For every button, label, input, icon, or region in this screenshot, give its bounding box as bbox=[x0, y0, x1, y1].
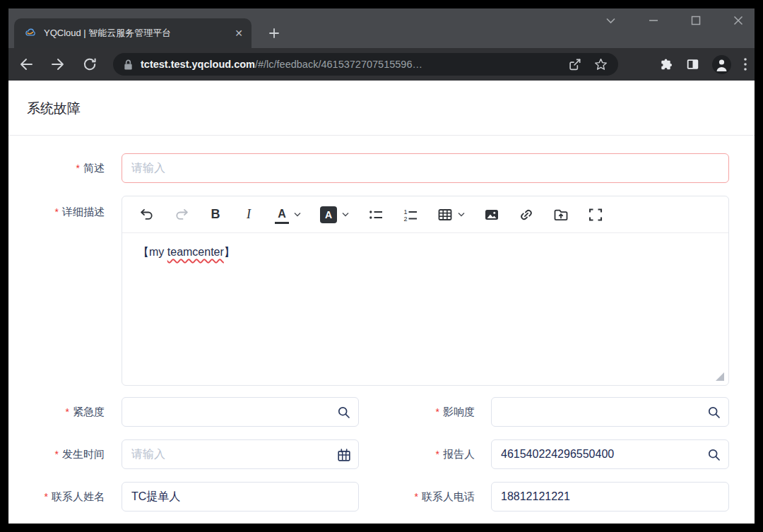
highlight-color-button[interactable]: A bbox=[320, 206, 337, 223]
editor-content[interactable]: 【my teamcenter】 bbox=[122, 233, 728, 385]
url-domain: tctest.test.yqcloud.com bbox=[141, 59, 255, 70]
detail-label: *详细描述 bbox=[8, 190, 105, 234]
browser-navbar: tctest.test.yqcloud.com/#/lc/feedback/46… bbox=[8, 48, 755, 81]
window-controls bbox=[605, 16, 743, 25]
font-color-group[interactable]: A bbox=[275, 206, 301, 224]
chevron-down-icon[interactable] bbox=[605, 17, 616, 24]
tab-title: YQCloud | 智能云服务管理平台 bbox=[44, 27, 229, 40]
close-window-icon[interactable] bbox=[733, 16, 743, 25]
upload-file-icon[interactable] bbox=[553, 206, 569, 224]
address-bar[interactable]: tctest.test.yqcloud.com/#/lc/feedback/46… bbox=[113, 53, 618, 76]
ordered-list-icon[interactable]: 12 bbox=[403, 206, 418, 224]
summary-input[interactable] bbox=[122, 154, 728, 182]
impact-input[interactable] bbox=[492, 398, 728, 426]
back-icon[interactable] bbox=[18, 57, 34, 72]
lock-icon bbox=[123, 59, 134, 71]
reporter-input-wrap bbox=[491, 439, 729, 469]
contact-phone-label: *联系人电话 bbox=[291, 482, 475, 512]
search-icon[interactable] bbox=[706, 405, 722, 420]
impact-input-wrap bbox=[491, 397, 729, 427]
kebab-menu-icon[interactable] bbox=[743, 57, 747, 72]
editor-resize-handle[interactable] bbox=[716, 372, 724, 381]
editor-text: 【my bbox=[138, 246, 167, 258]
highlight-color-group[interactable]: A bbox=[320, 206, 349, 223]
browser-window: YQCloud | 智能云服务管理平台 ✕ bbox=[0, 0, 763, 532]
table-icon[interactable] bbox=[437, 206, 453, 224]
navbar-right-cluster bbox=[658, 48, 747, 81]
bullet-list-icon[interactable] bbox=[368, 206, 384, 224]
insert-link-icon[interactable] bbox=[519, 206, 534, 224]
extensions-puzzle-icon[interactable] bbox=[658, 57, 673, 72]
yqcloud-favicon bbox=[24, 27, 37, 40]
share-icon[interactable] bbox=[567, 57, 582, 72]
italic-button[interactable]: I bbox=[242, 206, 256, 224]
redo-icon[interactable] bbox=[174, 206, 189, 224]
maximize-icon[interactable] bbox=[691, 16, 701, 25]
minimize-icon[interactable] bbox=[649, 16, 658, 25]
urgency-label: *紧急度 bbox=[8, 397, 105, 427]
rich-text-editor: B I A A 12 bbox=[122, 196, 729, 386]
contact-phone-input[interactable] bbox=[492, 483, 728, 511]
editor-toolbar: B I A A 12 bbox=[122, 196, 728, 233]
table-group[interactable] bbox=[437, 206, 465, 224]
bold-button[interactable]: B bbox=[208, 206, 223, 224]
person-icon bbox=[712, 55, 731, 74]
url-text: tctest.test.yqcloud.com/#/lc/feedback/46… bbox=[141, 59, 556, 70]
contact-name-label: *联系人姓名 bbox=[8, 482, 105, 512]
misspelled-word: teamcenter bbox=[167, 246, 224, 258]
impact-label: *影响度 bbox=[291, 397, 475, 427]
chevron-down-icon[interactable] bbox=[458, 212, 465, 217]
browser-tab[interactable]: YQCloud | 智能云服务管理平台 ✕ bbox=[14, 18, 252, 48]
summary-label: *简述 bbox=[8, 153, 105, 183]
svg-text:1: 1 bbox=[404, 208, 408, 215]
forward-icon[interactable] bbox=[50, 57, 66, 72]
summary-input-wrap bbox=[122, 153, 729, 183]
fullscreen-icon[interactable] bbox=[588, 206, 603, 224]
chevron-down-icon[interactable] bbox=[294, 212, 301, 217]
tab-close-icon[interactable]: ✕ bbox=[235, 28, 243, 38]
chevron-down-icon[interactable] bbox=[342, 212, 349, 217]
plus-icon bbox=[268, 28, 280, 39]
page-content: 系统故障 *简述 *详细描述 B I A bbox=[8, 81, 755, 524]
search-icon[interactable] bbox=[706, 447, 722, 463]
insert-image-icon[interactable] bbox=[484, 206, 499, 224]
bookmark-star-icon[interactable] bbox=[593, 57, 608, 72]
contact-phone-input-wrap bbox=[491, 482, 729, 512]
required-mark: * bbox=[55, 206, 59, 218]
page-title: 系统故障 bbox=[27, 100, 81, 118]
browser-titlebar: YQCloud | 智能云服务管理平台 ✕ bbox=[8, 8, 755, 48]
required-mark: * bbox=[76, 162, 80, 174]
url-path: /#/lc/feedback/4615372707515596… bbox=[255, 59, 422, 70]
undo-icon[interactable] bbox=[139, 206, 155, 224]
font-color-button[interactable]: A bbox=[275, 206, 289, 224]
side-panel-icon[interactable] bbox=[685, 57, 700, 71]
reporter-label: *报告人 bbox=[291, 439, 475, 469]
editor-text: 】 bbox=[224, 246, 235, 258]
new-tab-button[interactable] bbox=[264, 23, 284, 43]
title-divider bbox=[8, 135, 755, 136]
occur-time-label: *发生时间 bbox=[8, 439, 105, 469]
profile-avatar[interactable] bbox=[712, 55, 731, 74]
svg-text:2: 2 bbox=[404, 215, 408, 223]
reload-icon[interactable] bbox=[82, 57, 97, 72]
reporter-input[interactable] bbox=[492, 440, 728, 468]
